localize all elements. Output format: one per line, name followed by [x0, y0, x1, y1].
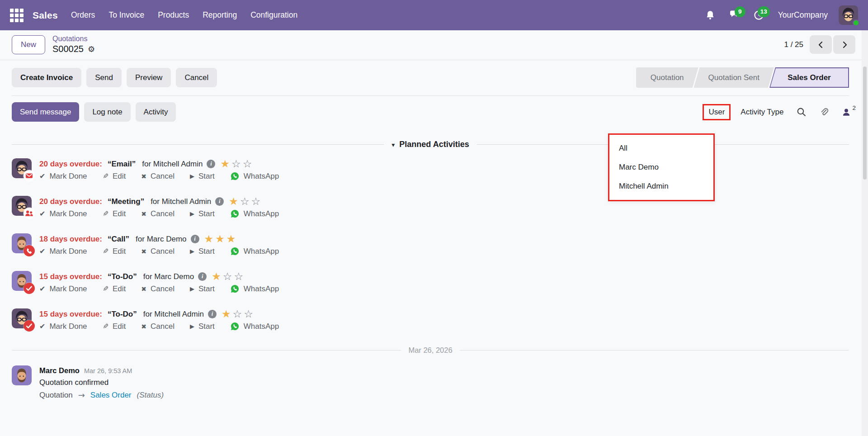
- tracking-old-value: Quotation: [39, 391, 73, 400]
- filter-activity-type[interactable]: Activity Type: [741, 108, 783, 117]
- priority-stars[interactable]: ★★★: [204, 234, 238, 244]
- cancel-activity-button[interactable]: ✖Cancel: [141, 247, 175, 256]
- pencil-icon: ✎: [103, 247, 108, 256]
- send-button[interactable]: Send: [86, 68, 122, 87]
- whatsapp-button[interactable]: WhatsApp: [230, 171, 279, 181]
- edit-button[interactable]: ✎Edit: [103, 172, 126, 181]
- cancel-activity-button[interactable]: ✖Cancel: [141, 284, 175, 294]
- menu-products[interactable]: Products: [151, 6, 196, 24]
- mark-done-button[interactable]: ✔Mark Done: [39, 172, 87, 181]
- status-step-quotation-sent[interactable]: Quotation Sent: [694, 67, 774, 88]
- edit-button[interactable]: ✎Edit: [103, 247, 126, 256]
- pager-previous-button[interactable]: [810, 35, 832, 54]
- gear-icon[interactable]: ⚙: [88, 45, 95, 53]
- info-icon[interactable]: i: [215, 197, 224, 206]
- edit-button[interactable]: ✎Edit: [103, 209, 126, 218]
- info-icon[interactable]: i: [198, 272, 207, 281]
- info-icon[interactable]: i: [191, 235, 199, 243]
- top-menu: Orders To Invoice Products Reporting Con…: [64, 6, 304, 24]
- priority-stars[interactable]: ★ ☆☆: [229, 196, 262, 207]
- whatsapp-button[interactable]: WhatsApp: [230, 322, 279, 331]
- check-icon: ✔: [39, 209, 45, 218]
- tab-activity[interactable]: Activity: [136, 102, 176, 122]
- followers-icon[interactable]: 2: [842, 108, 854, 117]
- menu-configuration[interactable]: Configuration: [244, 6, 304, 24]
- menu-orders[interactable]: Orders: [64, 6, 102, 24]
- cancel-activity-button[interactable]: ✖Cancel: [141, 322, 175, 331]
- status-step-sales-order[interactable]: Sales Order: [769, 67, 849, 88]
- activities-clock-icon[interactable]: 13: [749, 5, 769, 25]
- app-name[interactable]: Sales: [33, 10, 58, 21]
- dropdown-item-marc-demo[interactable]: Marc Demo: [609, 158, 713, 177]
- start-button[interactable]: ▶Start: [190, 284, 215, 294]
- activity-row-email: 20 days overdue: “Email” for Mitchell Ad…: [12, 158, 849, 181]
- activity-assignee: for Mitchell Admin: [142, 160, 203, 169]
- messages-icon[interactable]: 9: [725, 5, 745, 25]
- start-button[interactable]: ▶Start: [190, 322, 215, 331]
- create-invoice-button[interactable]: Create Invoice: [12, 68, 81, 87]
- mark-done-button[interactable]: ✔Mark Done: [39, 322, 87, 331]
- divider: [12, 144, 384, 145]
- dropdown-item-mitchell-admin[interactable]: Mitchell Admin: [609, 177, 713, 196]
- pager-next-button[interactable]: [833, 35, 855, 54]
- play-icon: ▶: [190, 210, 194, 217]
- avatar: [12, 308, 32, 328]
- cancel-activity-button[interactable]: ✖Cancel: [141, 172, 175, 181]
- dropdown-item-all[interactable]: All: [609, 139, 713, 158]
- menu-to-invoice[interactable]: To Invoice: [102, 6, 151, 24]
- info-icon[interactable]: i: [207, 160, 215, 168]
- filter-user[interactable]: User: [708, 108, 725, 116]
- apps-grid-icon[interactable]: [9, 8, 24, 23]
- start-button[interactable]: ▶Start: [190, 209, 215, 218]
- activity-assignee: for Mitchell Admin: [143, 310, 204, 319]
- user-filter-dropdown: All Marc Demo Mitchell Admin: [608, 133, 715, 201]
- tracking-new-value: Sales Order: [90, 391, 132, 400]
- whatsapp-button[interactable]: WhatsApp: [230, 284, 279, 294]
- cancel-button[interactable]: Cancel: [176, 68, 217, 87]
- notifications-bell-icon[interactable]: [700, 5, 720, 25]
- mark-done-button[interactable]: ✔Mark Done: [39, 284, 87, 294]
- x-icon: ✖: [141, 210, 146, 218]
- check-icon: ✔: [39, 322, 45, 331]
- tab-log-note[interactable]: Log note: [84, 102, 130, 122]
- online-status-dot: [853, 19, 859, 26]
- edit-button[interactable]: ✎Edit: [103, 284, 126, 294]
- cancel-activity-button[interactable]: ✖Cancel: [141, 209, 175, 218]
- start-button[interactable]: ▶Start: [190, 172, 215, 181]
- company-switcher[interactable]: YourCompany: [778, 10, 828, 20]
- status-step-quotation[interactable]: Quotation: [636, 67, 698, 88]
- pencil-icon: ✎: [103, 209, 108, 218]
- user-avatar[interactable]: [839, 5, 858, 25]
- search-icon[interactable]: [796, 107, 807, 117]
- attachment-paperclip-icon[interactable]: [819, 107, 830, 118]
- pencil-icon: ✎: [103, 172, 108, 180]
- tab-send-message[interactable]: Send message: [12, 102, 79, 122]
- overdue-label: 15 days overdue:: [39, 310, 102, 319]
- message-author[interactable]: Marc Demo: [39, 366, 80, 375]
- start-button[interactable]: ▶Start: [190, 247, 215, 256]
- pager: 1 / 25: [784, 35, 855, 54]
- todo-activity-badge-icon: [24, 283, 35, 294]
- edit-button[interactable]: ✎Edit: [103, 322, 126, 331]
- preview-button[interactable]: Preview: [127, 68, 171, 87]
- date-divider: Mar 26, 2026: [12, 346, 849, 355]
- priority-stars[interactable]: ★ ☆☆: [212, 271, 245, 282]
- activity-name: “To-Do”: [108, 310, 137, 319]
- activity-row-todo-mitchell: 15 days overdue: “To-Do” for Mitchell Ad…: [12, 308, 849, 331]
- mark-done-button[interactable]: ✔Mark Done: [39, 247, 87, 256]
- activity-name: “Email”: [108, 160, 136, 169]
- priority-stars[interactable]: ★ ☆☆: [220, 159, 254, 169]
- breadcrumb-quotations-link[interactable]: Quotations: [52, 35, 95, 43]
- menu-reporting[interactable]: Reporting: [196, 6, 244, 24]
- new-button[interactable]: New: [12, 35, 45, 54]
- priority-stars[interactable]: ★ ☆☆: [222, 309, 255, 319]
- mark-done-button[interactable]: ✔Mark Done: [39, 209, 87, 218]
- scrollbar-thumb[interactable]: [863, 66, 867, 180]
- activity-list: 20 days overdue: “Email” for Mitchell Ad…: [12, 158, 849, 331]
- whatsapp-button[interactable]: WhatsApp: [230, 209, 279, 218]
- call-activity-badge-icon: [24, 245, 35, 256]
- chatter-controls: Send message Log note Activity User Acti…: [0, 96, 868, 128]
- info-icon[interactable]: i: [208, 310, 217, 318]
- whatsapp-button[interactable]: WhatsApp: [230, 246, 279, 256]
- planned-activities-toggle[interactable]: ▾ Planned Activities: [384, 140, 476, 149]
